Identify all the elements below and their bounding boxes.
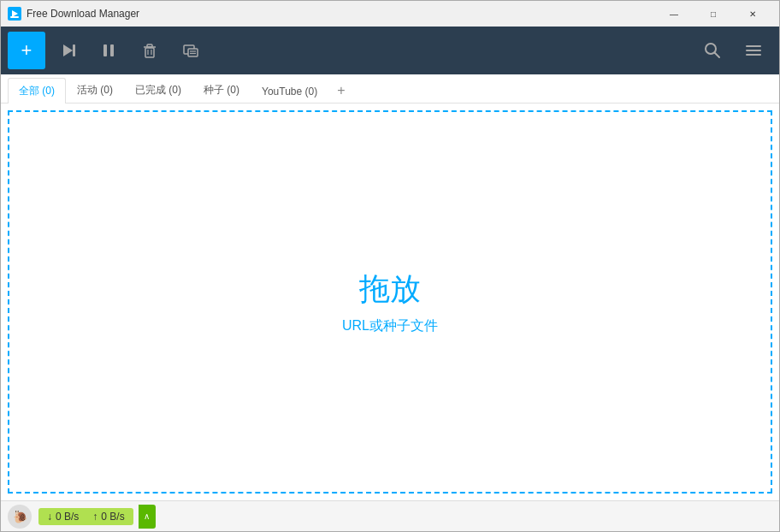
speed-display: ↓ 0 B/s ↑ 0 B/s [38, 508, 133, 525]
add-tab-button[interactable]: + [328, 79, 353, 103]
add-download-button[interactable]: + [8, 32, 45, 69]
download-speed: ↓ 0 B/s [47, 511, 79, 523]
search-button[interactable] [694, 32, 731, 69]
svg-rect-6 [110, 44, 114, 56]
maximize-button[interactable]: □ [694, 1, 733, 27]
svg-rect-13 [188, 49, 198, 56]
resume-button[interactable] [49, 32, 86, 69]
tab-youtube[interactable]: YouTube (0) [251, 80, 328, 103]
upload-speed-value: 0 B/s [101, 511, 124, 523]
svg-line-17 [715, 53, 720, 58]
app-icon [8, 7, 21, 21]
play-icon [59, 42, 76, 59]
upload-speed: ↑ 0 B/s [92, 511, 124, 523]
download-arrow-icon: ↓ [47, 511, 52, 523]
svg-rect-5 [103, 44, 107, 56]
tabs-bar: 全部 (0) 活动 (0) 已完成 (0) 种子 (0) YouTube (0)… [1, 74, 779, 103]
app-window: Free Download Manager — □ ✕ + [0, 0, 780, 532]
download-speed-value: 0 B/s [56, 511, 79, 523]
drop-zone-main-text: 拖放 [359, 269, 421, 310]
title-bar: Free Download Manager — □ ✕ [1, 1, 779, 27]
title-bar-controls: — □ ✕ [654, 1, 772, 27]
drop-zone-sub-text: URL或种子文件 [342, 317, 438, 335]
tab-all[interactable]: 全部 (0) [8, 78, 66, 103]
tab-torrent[interactable]: 种子 (0) [192, 77, 251, 103]
chevron-up-icon: ∧ [144, 511, 150, 521]
minimize-button[interactable]: — [654, 1, 694, 27]
toolbar-right [694, 32, 772, 69]
expand-button[interactable]: ∧ [139, 505, 156, 529]
toolbar: + [1, 27, 779, 74]
upload-arrow-icon: ↑ [92, 511, 98, 523]
trash-icon [141, 42, 158, 59]
svg-rect-9 [147, 44, 152, 47]
svg-rect-4 [73, 44, 75, 56]
close-button[interactable]: ✕ [733, 1, 772, 27]
delete-button[interactable] [131, 32, 168, 69]
drop-zone: 拖放 URL或种子文件 [342, 269, 438, 335]
tab-active[interactable]: 活动 (0) [66, 77, 124, 103]
pause-button[interactable] [90, 32, 127, 69]
app-title: Free Download Manager [27, 8, 139, 20]
add-icon: + [21, 39, 32, 62]
hamburger-icon [744, 41, 763, 60]
tab-done[interactable]: 已完成 (0) [124, 77, 192, 103]
pause-icon [100, 42, 117, 59]
search-icon [703, 41, 722, 60]
convert-button[interactable] [172, 32, 210, 69]
svg-marker-3 [63, 44, 73, 56]
status-bar: 🐌 ↓ 0 B/s ↑ 0 B/s ∧ [1, 500, 779, 531]
convert-icon [182, 42, 199, 59]
svg-rect-7 [145, 48, 154, 57]
title-bar-left: Free Download Manager [8, 7, 139, 21]
svg-rect-2 [10, 16, 19, 18]
snail-icon: 🐌 [13, 510, 27, 523]
download-list-area[interactable]: 拖放 URL或种子文件 [8, 110, 772, 494]
snail-button[interactable]: 🐌 [8, 505, 32, 529]
menu-button[interactable] [735, 32, 772, 69]
